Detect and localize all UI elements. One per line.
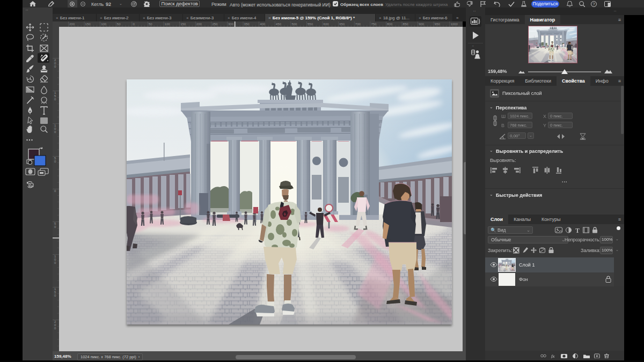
svg-text:T: T xyxy=(575,227,580,233)
svg-text:5: 5 xyxy=(54,291,56,294)
svg-text:2: 2 xyxy=(54,320,56,323)
svg-text:100: 100 xyxy=(101,23,107,26)
svg-text:0: 0 xyxy=(54,258,56,261)
svg-text:500: 500 xyxy=(291,23,297,26)
svg-text:0: 0 xyxy=(54,62,56,65)
svg-text:550: 550 xyxy=(308,23,313,26)
svg-text:0: 0 xyxy=(54,327,56,330)
svg-text:750: 750 xyxy=(371,23,377,26)
svg-text:950: 950 xyxy=(435,23,441,26)
svg-text:0: 0 xyxy=(133,23,135,26)
svg-text:1: 1 xyxy=(54,255,56,258)
svg-text:650: 650 xyxy=(339,23,345,26)
svg-text:0: 0 xyxy=(54,130,56,134)
svg-text:300: 300 xyxy=(228,23,234,26)
svg-text:0: 0 xyxy=(54,261,56,264)
svg-text:150: 150 xyxy=(85,23,91,26)
svg-text:1: 1 xyxy=(54,91,56,94)
svg-text:0: 0 xyxy=(54,127,56,130)
svg-text:0: 0 xyxy=(54,323,56,327)
svg-text:2: 2 xyxy=(54,58,56,62)
svg-text:5: 5 xyxy=(54,94,56,98)
svg-text:?: ? xyxy=(592,2,595,6)
svg-text:800: 800 xyxy=(387,23,393,26)
svg-text:850: 850 xyxy=(403,23,409,26)
svg-text:0: 0 xyxy=(54,294,56,297)
svg-text:50: 50 xyxy=(117,23,121,26)
svg-text:200: 200 xyxy=(196,23,202,26)
svg-text:350: 350 xyxy=(244,23,250,26)
svg-text:150: 150 xyxy=(180,23,186,26)
svg-text:5: 5 xyxy=(54,157,56,160)
svg-text:fx: fx xyxy=(551,353,555,358)
svg-text:1: 1 xyxy=(54,124,56,127)
svg-text:1: 1 xyxy=(54,287,56,291)
svg-text:700: 700 xyxy=(355,23,361,26)
svg-text:100: 100 xyxy=(165,23,171,26)
svg-text:600: 600 xyxy=(324,23,330,26)
svg-text:450: 450 xyxy=(276,23,282,26)
svg-text:0: 0 xyxy=(54,98,56,101)
svg-text:0: 0 xyxy=(54,225,56,228)
svg-text:0: 0 xyxy=(54,160,56,163)
svg-text:50: 50 xyxy=(149,23,152,26)
svg-text:1000: 1000 xyxy=(450,23,458,26)
svg-text:900: 900 xyxy=(419,23,425,26)
svg-text:250: 250 xyxy=(212,23,218,26)
svg-text:5: 5 xyxy=(54,222,56,225)
svg-text:0: 0 xyxy=(54,189,56,193)
svg-text:200: 200 xyxy=(69,23,75,26)
svg-text:0: 0 xyxy=(54,65,56,68)
svg-text:400: 400 xyxy=(260,23,266,26)
